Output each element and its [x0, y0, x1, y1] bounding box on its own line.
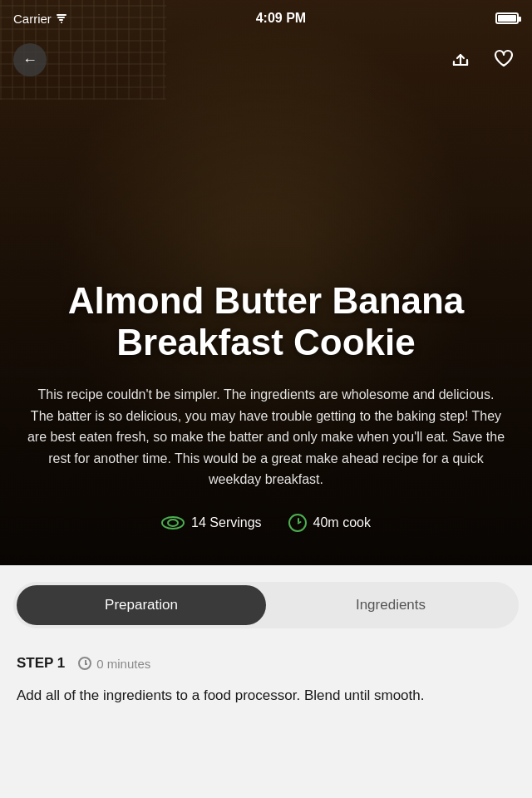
recipe-description: This recipe couldn't be simpler. The ing…: [25, 384, 507, 490]
cooktime-meta: 40m cook: [288, 514, 371, 532]
tabs-container: Preparation Ingredients: [13, 582, 519, 628]
back-arrow-icon: ←: [22, 52, 37, 69]
battery-icon: [495, 12, 519, 24]
hero-section: ← Almond Butter Banana Breakfast Cookie: [0, 0, 532, 565]
recipe-meta: 14 Servings 40m cook: [25, 514, 507, 532]
clock-icon: [288, 514, 307, 532]
step-duration: 0 minutes: [96, 657, 150, 671]
content-section: STEP 1 0 minutes Add all of the ingredie…: [0, 628, 532, 740]
favorite-button[interactable]: [489, 43, 519, 73]
cooktime-label: 40m cook: [313, 515, 371, 530]
step-clock-icon: [78, 657, 91, 670]
heart-icon: [493, 48, 515, 68]
step-time: 0 minutes: [78, 657, 150, 671]
recipe-title: Almond Butter Banana Breakfast Cookie: [25, 280, 507, 364]
step-number: STEP 1: [17, 655, 65, 672]
nav-actions: [446, 43, 519, 73]
share-button[interactable]: [446, 43, 475, 73]
servings-icon: [161, 516, 185, 530]
back-button[interactable]: ←: [13, 43, 47, 76]
status-time: 4:09 PM: [256, 11, 306, 26]
share-icon: [451, 48, 470, 68]
hero-content: Almond Butter Banana Breakfast Cookie Th…: [0, 280, 532, 532]
status-left: Carrier: [13, 12, 66, 26]
step-text: Add all of the ingredients to a food pro…: [17, 685, 515, 707]
step-header: STEP 1 0 minutes: [17, 655, 515, 672]
status-right: [495, 12, 519, 24]
servings-label: 14 Servings: [191, 515, 262, 530]
wifi-icon: [57, 14, 66, 23]
carrier-label: Carrier: [13, 12, 52, 26]
status-bar: Carrier 4:09 PM: [0, 0, 532, 37]
tab-ingredients[interactable]: Ingredients: [266, 585, 515, 625]
servings-meta: 14 Servings: [161, 515, 262, 530]
tab-preparation[interactable]: Preparation: [17, 585, 266, 625]
tabs-section: Preparation Ingredients: [0, 565, 532, 628]
